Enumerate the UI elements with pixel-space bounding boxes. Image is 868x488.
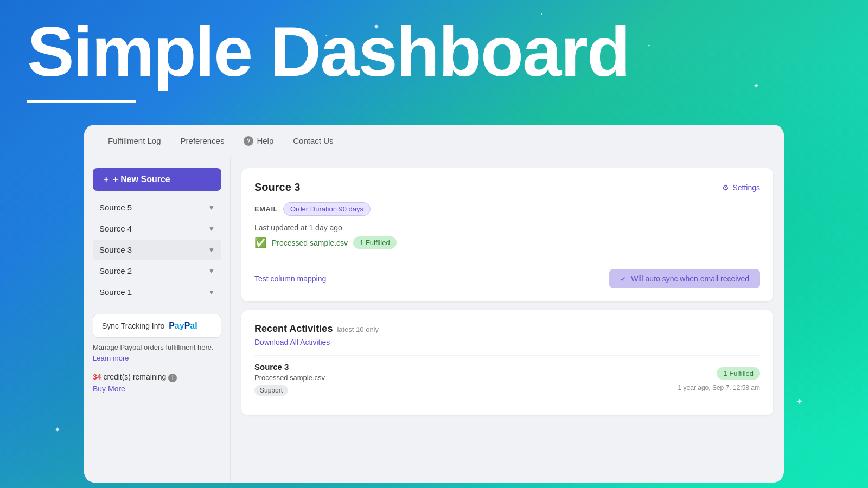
activities-title: Recent Activities: [254, 323, 333, 335]
star-decoration: ✦: [796, 396, 803, 407]
info-icon[interactable]: i: [168, 374, 177, 382]
source-detail-card: Source 3 ⚙ Settings EMAIL Order Duration…: [241, 168, 773, 301]
table-row: Source 3 Processed sample.csv Support 1 …: [254, 355, 760, 402]
hero-title-underline: [27, 100, 136, 103]
plus-icon: +: [104, 175, 108, 184]
nav-contact-us[interactable]: Contact Us: [285, 132, 341, 150]
new-source-button[interactable]: + + New Source: [93, 168, 221, 191]
source-list: Source 5 ▼ Source 4 ▼ Source 3 ▼ Source …: [93, 197, 221, 302]
paypal-sync-button[interactable]: Sync Tracking Info PayPal: [93, 314, 221, 338]
processed-row: ✅ Processed sample.csv 1 Fulfilled: [254, 236, 760, 249]
test-column-mapping-link[interactable]: Test column mapping: [254, 274, 326, 283]
download-activities-link[interactable]: Download All Activities: [254, 338, 760, 346]
activity-description: Processed sample.csv: [254, 374, 325, 382]
star-decoration: ✦: [753, 81, 760, 90]
activity-status: 1 Fulfilled 1 year ago, Sep 7, 12:58 am: [678, 367, 760, 391]
gear-icon: ⚙: [722, 183, 729, 192]
check-green-icon: ✅: [254, 237, 266, 249]
navbar: Fulfillment Log Preferences ? Help Conta…: [84, 125, 784, 157]
settings-link[interactable]: ⚙ Settings: [722, 183, 760, 192]
source-item-2[interactable]: Source 2 ▼: [93, 261, 221, 281]
activity-source-name: Source 3: [254, 362, 325, 371]
paypal-logo: PayPal: [169, 321, 197, 331]
nav-help[interactable]: ? Help: [236, 132, 281, 150]
star-decoration: ✦: [54, 425, 61, 434]
help-circle-icon: ?: [244, 136, 253, 146]
source-item-1[interactable]: Source 1 ▼: [93, 282, 221, 302]
processed-text: Processed sample.csv: [272, 239, 348, 247]
email-label: EMAIL: [254, 205, 278, 213]
content-area: + + New Source Source 5 ▼ Source 4 ▼ Sou…: [84, 157, 784, 483]
order-duration-badge[interactable]: Order Duration 90 days: [283, 202, 371, 216]
sidebar: + + New Source Source 5 ▼ Source 4 ▼ Sou…: [84, 157, 231, 483]
chevron-down-icon: ▼: [208, 246, 215, 254]
source-item-5[interactable]: Source 5 ▼: [93, 197, 221, 217]
hero-title: Simple Dashboard: [27, 16, 629, 87]
main-panel: Source 3 ⚙ Settings EMAIL Order Duration…: [231, 157, 784, 483]
credits-section: 34 credit(s) remaining i Buy More: [93, 372, 221, 393]
activity-tag-badge: Support: [254, 385, 288, 396]
fulfilled-badge: 1 Fulfilled: [353, 236, 397, 249]
activities-subtitle: latest 10 only: [337, 325, 379, 333]
nav-fulfillment-log[interactable]: Fulfillment Log: [100, 132, 169, 150]
activity-info: Source 3 Processed sample.csv Support: [254, 362, 325, 396]
nav-preferences[interactable]: Preferences: [173, 132, 232, 150]
chevron-down-icon: ▼: [208, 288, 215, 296]
last-updated-text: Last updated at 1 day ago: [254, 223, 760, 232]
credits-count: 34: [93, 373, 101, 381]
card-actions: Test column mapping ✓ Will auto sync whe…: [254, 260, 760, 288]
source-item-4[interactable]: Source 4 ▼: [93, 219, 221, 239]
chevron-down-icon: ▼: [208, 225, 215, 233]
activities-header: Recent Activities latest 10 only: [254, 323, 760, 335]
source-card-title: Source 3: [254, 181, 300, 194]
email-row: EMAIL Order Duration 90 days: [254, 202, 760, 216]
main-card: Fulfillment Log Preferences ? Help Conta…: [84, 125, 784, 483]
chevron-down-icon: ▼: [208, 204, 215, 211]
chevron-down-icon: ▼: [208, 267, 215, 275]
auto-sync-button[interactable]: ✓ Will auto sync when email received: [609, 269, 760, 288]
recent-activities-card: Recent Activities latest 10 only Downloa…: [241, 310, 773, 415]
activity-fulfilled-badge: 1 Fulfilled: [717, 367, 760, 380]
activity-timestamp: 1 year ago, Sep 7, 12:58 am: [678, 384, 760, 391]
source-card-header: Source 3 ⚙ Settings: [254, 181, 760, 194]
learn-more-link[interactable]: Learn more: [93, 354, 129, 362]
source-item-3[interactable]: Source 3 ▼: [93, 240, 221, 260]
star-decoration: ✦: [647, 43, 651, 48]
buy-more-link[interactable]: Buy More: [93, 384, 221, 393]
